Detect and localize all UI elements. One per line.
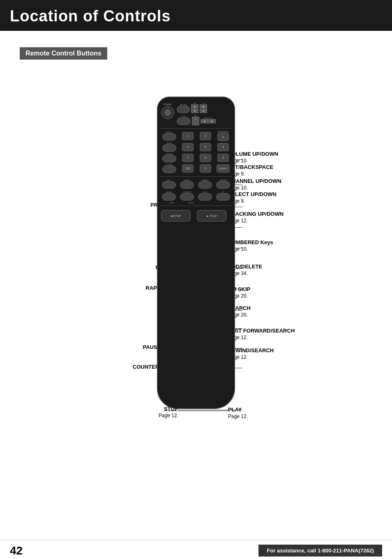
remote-rew-btn[interactable] bbox=[198, 193, 212, 201]
remote-action-btn[interactable] bbox=[177, 106, 190, 113]
remote-btn-9[interactable]: 9 bbox=[217, 154, 229, 162]
remote-play-btn[interactable]: ► PLAY bbox=[197, 210, 226, 222]
remote-btn-2[interactable]: 2 bbox=[200, 132, 211, 140]
remote-btn-4[interactable]: 4 bbox=[182, 143, 194, 151]
remote-control: POWER ACTION VOL bbox=[157, 97, 235, 409]
footer-help-text: For assistance, call 1-800-211-PANA(7262… bbox=[258, 545, 382, 557]
remote-rec-btn[interactable] bbox=[162, 181, 176, 189]
remote-vol-down[interactable]: ▼ bbox=[191, 109, 198, 113]
main-content: ACTION Page 34. POWER Page 8. PROGRAM Pa… bbox=[0, 60, 392, 559]
remote-counter-btn[interactable] bbox=[180, 193, 194, 201]
remote-btn-8[interactable]: 8 bbox=[200, 154, 211, 162]
remote-display-btn[interactable] bbox=[162, 155, 176, 162]
remote-cmskip-btn[interactable] bbox=[216, 181, 230, 189]
remote-set-minus[interactable]: - bbox=[192, 121, 199, 125]
remote-pause-btn[interactable] bbox=[162, 193, 176, 201]
header-bar: Location of Controls bbox=[0, 0, 392, 31]
page-title: Location of Controls bbox=[10, 7, 171, 25]
remote-speed-btn[interactable] bbox=[180, 181, 194, 189]
label-channel: CHANNEL UP/DOWN Page 10. SELECT UP/DOWN … bbox=[228, 178, 281, 205]
remote-select-right[interactable]: ► bbox=[208, 119, 216, 123]
page-number: 42 bbox=[10, 544, 23, 557]
remote-body: POWER ACTION VOL bbox=[157, 97, 235, 409]
remote-stop-btn[interactable]: ■ STOP bbox=[161, 210, 191, 222]
remote-rtune-btn[interactable] bbox=[162, 166, 176, 173]
remote-select-left[interactable]: ◄ bbox=[201, 119, 208, 123]
remote-search-btn[interactable] bbox=[198, 181, 212, 189]
remote-prog-btn[interactable] bbox=[177, 118, 191, 125]
remote-vol-up[interactable]: ▲ bbox=[191, 104, 198, 109]
remote-ch-down[interactable]: ▼ bbox=[200, 109, 207, 113]
remote-btn-3[interactable]: 3 bbox=[217, 133, 229, 141]
remote-power-btn[interactable] bbox=[161, 106, 174, 119]
label-fast-forward: FAST FORWARD/SEARCH Page 12. bbox=[228, 328, 295, 341]
remote-ff-btn[interactable] bbox=[216, 193, 230, 201]
label-volume: VOLUME UP/DOWN Page 10. SET/BACKSPACE Pa… bbox=[228, 151, 278, 178]
remote-mute-btn[interactable] bbox=[162, 133, 176, 141]
remote-btn-1[interactable]: 1 bbox=[182, 132, 194, 140]
remote-btn-adddlt[interactable]: ADD/DLT bbox=[217, 164, 230, 173]
remote-btn-7[interactable]: 7 bbox=[182, 154, 194, 162]
remote-sleep-btn[interactable] bbox=[162, 144, 176, 152]
remote-btn-5[interactable]: 5 bbox=[200, 143, 211, 151]
remote-btn-0[interactable]: 0 bbox=[200, 164, 211, 173]
section-label: Remote Control Buttons bbox=[20, 47, 107, 60]
remote-btn-6[interactable]: 6 bbox=[217, 143, 229, 151]
label-tracking: TRACKING UP/DOWN Page 12. bbox=[228, 211, 284, 224]
remote-set-plus[interactable]: + bbox=[192, 117, 199, 121]
line-play bbox=[164, 411, 228, 411]
remote-ch-up[interactable]: ▲ bbox=[200, 104, 207, 109]
remote-btn-100[interactable]: 100 bbox=[182, 164, 194, 173]
